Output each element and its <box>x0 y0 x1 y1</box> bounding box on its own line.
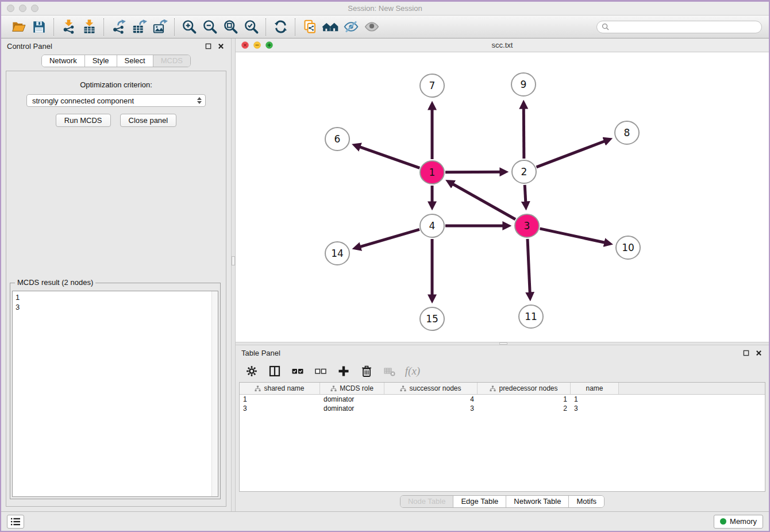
cell-mcds-role[interactable]: dominator <box>320 404 384 413</box>
graph-node-9[interactable]: 9 <box>511 73 536 96</box>
tab-node-table[interactable]: Node Table <box>401 496 453 507</box>
network-canvas[interactable]: 7968124314101511 <box>236 52 769 342</box>
graph-edge-4-14[interactable] <box>356 229 419 248</box>
graph-edge-3-11[interactable] <box>528 239 530 298</box>
float-table-panel-button[interactable] <box>741 348 750 357</box>
delete-columns-button[interactable] <box>360 364 374 378</box>
export-image-icon <box>152 19 168 34</box>
right-column: scc.txt 7968124314101511 Table Panel <box>236 38 769 511</box>
graph-edge-1-6[interactable] <box>355 145 419 168</box>
import-table-button[interactable] <box>79 17 99 37</box>
export-table-icon <box>132 19 147 34</box>
criterion-selected-value: strongly connected component <box>32 97 195 105</box>
graph-node-15[interactable]: 15 <box>420 307 444 330</box>
show-column-button[interactable] <box>268 364 282 378</box>
cell-shared-name[interactable]: 3 <box>240 404 320 413</box>
cell-predecessor-nodes[interactable]: 1 <box>478 395 571 404</box>
tab-mcds[interactable]: MCDS <box>153 55 190 67</box>
cell-name[interactable]: 3 <box>571 404 619 413</box>
graph-edge-3-10[interactable] <box>540 229 609 244</box>
graph-edge-2-3[interactable] <box>525 185 526 207</box>
column-header-predecessor-nodes[interactable]: predecessor nodes <box>478 383 571 394</box>
graph-node-label: 10 <box>622 242 634 253</box>
tab-network[interactable]: Network <box>42 55 84 67</box>
save-session-button[interactable] <box>29 17 49 37</box>
open-session-button[interactable] <box>8 17 29 37</box>
search-field[interactable] <box>596 21 762 33</box>
zoom-fit-icon <box>223 19 238 34</box>
select-all-rows-button[interactable] <box>291 364 305 378</box>
show-task-history-button[interactable] <box>7 515 24 529</box>
vertical-splitter[interactable] <box>231 38 236 511</box>
splitter-handle[interactable] <box>232 256 235 265</box>
cell-successor-nodes[interactable]: 3 <box>384 404 478 413</box>
import-table-icon <box>82 19 97 34</box>
graph-node-10[interactable]: 10 <box>616 236 640 259</box>
cell-name[interactable]: 1 <box>571 395 619 404</box>
search-input[interactable] <box>612 23 757 31</box>
copy-view-button[interactable] <box>299 17 320 37</box>
cell-successor-nodes[interactable]: 4 <box>384 395 478 404</box>
cell-mcds-role[interactable]: dominator <box>320 395 384 404</box>
export-image-button[interactable] <box>149 17 170 37</box>
add-column-button[interactable] <box>337 364 351 378</box>
graph-node-6[interactable]: 6 <box>325 128 349 151</box>
column-header-successor-nodes[interactable]: successor nodes <box>384 383 478 394</box>
zoom-fit-button[interactable] <box>220 17 241 37</box>
zoom-out-button[interactable] <box>199 17 220 37</box>
close-icon <box>756 350 762 356</box>
criterion-dropdown[interactable]: strongly connected component <box>26 94 206 107</box>
tab-network-table[interactable]: Network Table <box>506 496 568 507</box>
network-graph[interactable]: 7968124314101511 <box>236 52 769 342</box>
horizontal-splitter[interactable] <box>236 342 769 345</box>
graph-node-4[interactable]: 4 <box>420 214 444 237</box>
table-options-button[interactable] <box>245 364 259 378</box>
table-row[interactable]: 1 dominator 4 1 1 <box>240 395 765 404</box>
hierarchy-icon <box>400 385 406 392</box>
graph-node-11[interactable]: 11 <box>519 305 543 328</box>
tab-style[interactable]: Style <box>84 55 117 67</box>
deselect-all-rows-button[interactable] <box>314 364 328 378</box>
tab-edge-table[interactable]: Edge Table <box>453 496 506 507</box>
graph-node-14[interactable]: 14 <box>325 242 349 265</box>
column-header-name[interactable]: name <box>571 383 619 394</box>
close-panel-action-button[interactable]: Close panel <box>120 114 177 127</box>
graph-edge-3-1[interactable] <box>449 182 515 219</box>
export-network-button[interactable] <box>108 17 129 37</box>
import-network-button[interactable] <box>58 17 79 37</box>
column-header-mcds-role[interactable]: MCDS role <box>320 383 384 394</box>
graph-edge-2-8[interactable] <box>537 140 610 167</box>
graph-node-label: 6 <box>334 133 341 145</box>
refresh-view-button[interactable] <box>270 17 291 37</box>
mcds-result-textarea[interactable]: 1 3 <box>12 291 218 497</box>
run-mcds-button[interactable]: Run MCDS <box>56 114 111 127</box>
table-row[interactable]: 3 dominator 3 2 3 <box>240 404 765 413</box>
checked-boxes-icon <box>291 365 304 377</box>
memory-button[interactable]: Memory <box>714 515 763 529</box>
toolbar-separator <box>295 18 295 36</box>
show-all-button[interactable] <box>361 17 382 37</box>
graph-edge-1-2[interactable] <box>445 172 505 172</box>
show-home-button[interactable] <box>320 17 341 37</box>
column-label: shared name <box>264 384 304 392</box>
hide-selected-button[interactable] <box>341 17 361 37</box>
graph-edge-2-9[interactable] <box>523 103 524 159</box>
graph-node-3[interactable]: 3 <box>515 214 539 237</box>
result-scrollbar[interactable] <box>211 291 218 496</box>
tab-select[interactable]: Select <box>117 55 153 67</box>
graph-node-8[interactable]: 8 <box>615 121 639 144</box>
float-panel-button[interactable] <box>203 41 213 51</box>
graph-node-2[interactable]: 2 <box>512 160 536 183</box>
tab-motifs[interactable]: Motifs <box>568 496 604 507</box>
graph-node-7[interactable]: 7 <box>420 74 444 97</box>
cell-shared-name[interactable]: 1 <box>240 395 320 404</box>
column-header-shared-name[interactable]: shared name <box>240 383 320 394</box>
zoom-selected-button[interactable] <box>241 17 261 37</box>
splitter-handle[interactable] <box>499 342 507 345</box>
cell-predecessor-nodes[interactable]: 2 <box>478 404 571 413</box>
close-table-panel-button[interactable] <box>754 348 763 357</box>
close-panel-button[interactable] <box>216 41 225 51</box>
zoom-in-button[interactable] <box>179 17 199 37</box>
export-table-button[interactable] <box>129 17 149 37</box>
graph-node-1[interactable]: 1 <box>420 161 444 184</box>
